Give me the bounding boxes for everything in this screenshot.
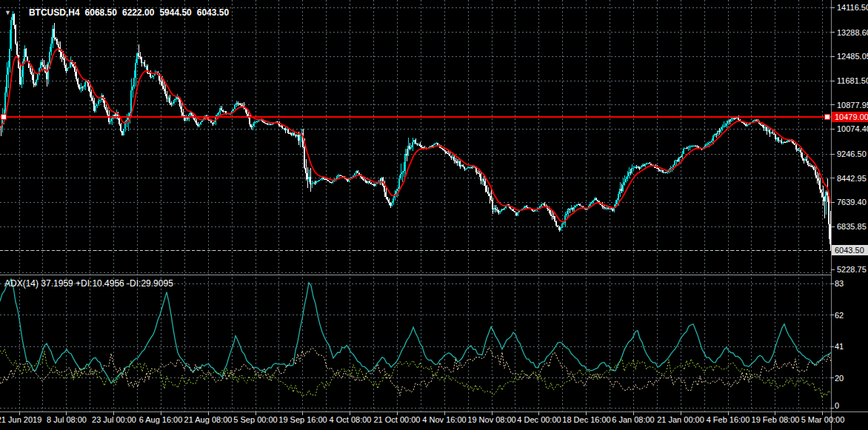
time-axis-label: 5 Mar 00:00	[801, 415, 845, 424]
time-axis-label: 19 Sep 16:00	[278, 415, 327, 424]
price-axis-label: 10877.95	[837, 101, 868, 110]
symbol-dropdown-icon[interactable]: ▼	[4, 9, 11, 16]
chart-window: ▼ BTCUSD,H4 6068.50 6222.00 5944.50 6043…	[0, 0, 868, 430]
chart-title: ▼ BTCUSD,H4 6068.50 6222.00 5944.50 6043…	[4, 7, 229, 18]
time-axis-label: 6 Jan 08:00	[612, 415, 655, 424]
price-axis-label: 12485.05	[837, 53, 868, 61]
time-axis-label: 4 Oct 08:00	[330, 415, 372, 424]
time-axis-label: 19 Feb 08:00	[752, 415, 800, 424]
time-axis-label: 21 Jan 00:00	[657, 415, 704, 424]
price-axis-label: 14116.50	[837, 4, 868, 12]
price-axis-label: 6835.85	[837, 223, 867, 231]
time-axis-label: 4 Dec 00:00	[517, 415, 561, 424]
time-axis-label: 23 Jul 00:00	[92, 415, 136, 424]
time-axis-label: 8 Jul 08:00	[47, 415, 87, 424]
time-axis-label: 19 Nov 08:00	[467, 415, 515, 424]
time-axis-label: 5 Sep 00:00	[233, 415, 277, 424]
price-axis-label: 10074.40	[837, 125, 868, 133]
indicator-axis-label: 62	[835, 312, 844, 320]
price-axis-label: 13288.60	[837, 29, 868, 37]
price-axis-label: 7639.40	[837, 198, 867, 206]
indicator-label: ADX(14) 37.1959 +DI:10.4956 -DI:29.9095	[4, 278, 173, 289]
price-axis-label: 5228.75	[837, 266, 867, 274]
hline-price-badge: 10479.00	[832, 112, 868, 122]
ohlc-low-value: 5944.50	[159, 7, 191, 18]
time-axis-label: 6 Aug 16:00	[139, 415, 183, 424]
indicator-axis-label: 20	[835, 374, 844, 383]
indicator-axis-label: 83	[835, 280, 844, 288]
time-axis-label: 18 Dec 16:00	[562, 415, 610, 424]
time-axis-label: 4 Nov 16:00	[422, 415, 466, 424]
price-axis-label: 11681.50	[837, 77, 868, 85]
time-axis-label: 21 Jun 2019	[0, 415, 41, 424]
time-axis-label: 4 Feb 16:00	[707, 415, 750, 424]
price-axis-label: 9246.50	[837, 150, 867, 158]
chart-plot-area[interactable]	[0, 0, 868, 430]
time-axis-label: 21 Aug 08:00	[184, 415, 233, 424]
indicator-axis-label: 41	[835, 343, 844, 351]
ohlc-open-value: 6068.50	[85, 7, 117, 18]
indicator-axis-label: 0	[835, 402, 839, 410]
ohlc-high-value: 6222.00	[122, 7, 154, 18]
current-price-badge: 6043.50	[832, 245, 868, 255]
ohlc-close-value: 6043.50	[197, 7, 229, 18]
price-axis-label: 8442.95	[837, 175, 867, 183]
symbol-period-label: BTCUSD,H4	[29, 7, 80, 18]
time-axis-label: 21 Oct 00:00	[374, 415, 421, 424]
